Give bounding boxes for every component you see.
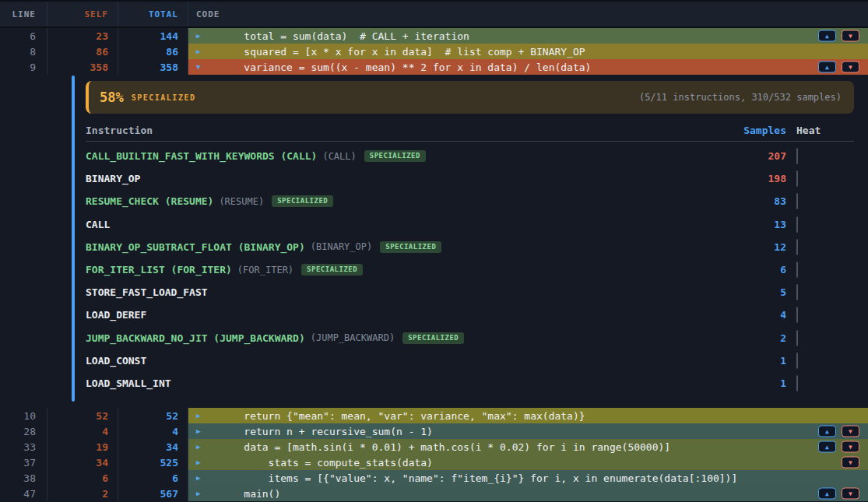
column-header-self: SELF	[47, 2, 118, 26]
code-line-row[interactable]: 8 86 86 ▶ squared = [x * x for x in data…	[0, 44, 868, 59]
total-samples: 358	[118, 59, 188, 75]
expand-arrow-icon[interactable]: ▶	[188, 444, 220, 451]
jump-up-button[interactable]: ▲	[818, 426, 836, 437]
line-number: 47	[0, 486, 47, 501]
instruction-name: STORE_FAST_LOAD_FAST	[86, 286, 208, 298]
self-samples: 4	[47, 423, 118, 439]
code-text: return {"mean": mean, "var": variance, "…	[220, 410, 585, 422]
instruction-row: CALL 13	[86, 213, 854, 236]
jump-down-button[interactable]: ▼	[842, 441, 859, 453]
self-samples: 34	[47, 455, 118, 470]
code-line-row[interactable]: 6 23 144 ▶ total = sum(data) # CALL + it…	[0, 28, 868, 44]
instruction-samples: 4	[732, 309, 786, 321]
self-samples: 86	[47, 44, 118, 59]
expand-arrow-icon[interactable]: ▶	[188, 490, 220, 497]
line-number: 6	[0, 28, 47, 44]
instruction-row: CALL_BUILTIN_FAST_WITH_KEYWORDS (CALL) (…	[86, 145, 854, 167]
code-cell: ▶ main() ▲ ▼	[188, 486, 868, 501]
heat-bar	[796, 284, 798, 300]
instruction-samples: 13	[732, 219, 786, 230]
code-text: return n + recursive_sum(n - 1)	[220, 426, 433, 437]
code-text: main()	[220, 488, 280, 500]
instruction-name: LOAD_DEREF	[86, 309, 146, 321]
instruction-name: LOAD_SMALL_INT	[86, 377, 171, 389]
specialized-badge: SPECIALIZED	[272, 195, 333, 207]
code-cell: ▶ stats = compute_stats(data) ▼	[188, 455, 868, 470]
line-number: 38	[0, 470, 47, 486]
instruction-samples: 5	[732, 286, 786, 298]
profiler-window: LINE SELF TOTAL CODE 6 23 144 ▶ total = …	[0, 0, 868, 502]
instruction-samples: 198	[732, 173, 786, 184]
header-samples: Samples	[732, 125, 786, 136]
code-line-row[interactable]: 28 4 4 ▶ return n + recursive_sum(n - 1)…	[0, 423, 868, 439]
instruction-base-name: (CALL)	[322, 151, 356, 162]
jump-up-button[interactable]: ▲	[818, 488, 836, 500]
code-cell: ▶ data = [math.sin(i * 0.01) + math.cos(…	[188, 439, 868, 455]
code-line-row[interactable]: 47 2 567 ▶ main() ▲ ▼	[0, 486, 868, 501]
instruction-base-name: (RESUME)	[219, 196, 264, 207]
expand-arrow-icon[interactable]: ▶	[188, 48, 220, 55]
expand-arrow-icon[interactable]: ▶	[188, 475, 220, 482]
self-samples: 6	[47, 470, 118, 486]
code-text: squared = [x * x for x in data] # list c…	[220, 46, 585, 58]
instruction-row: FOR_ITER_LIST (FOR_ITER) (FOR_ITER) SPEC…	[86, 258, 854, 281]
jump-up-button[interactable]: ▲	[818, 30, 836, 42]
instruction-row: JUMP_BACKWARD_NO_JIT (JUMP_BACKWARD) (JU…	[86, 327, 854, 349]
header-instruction: Instruction	[86, 125, 732, 136]
jump-down-button[interactable]: ▼	[842, 61, 859, 73]
code-cell: ▶ return {"mean": mean, "var": variance,…	[188, 408, 868, 423]
instruction-base-name: (BINARY_OP)	[311, 241, 372, 252]
code-line-row[interactable]: 37 34 525 ▶ stats = compute_stats(data) …	[0, 455, 868, 470]
instruction-samples: 12	[732, 241, 786, 253]
heat-bar	[796, 239, 798, 255]
collapse-arrow-icon[interactable]: ▼	[188, 64, 220, 71]
instruction-samples: 6	[732, 264, 786, 276]
instruction-name: RESUME_CHECK (RESUME)	[86, 195, 213, 207]
table-header: LINE SELF TOTAL CODE	[0, 0, 868, 28]
code-line-row[interactable]: 33 19 34 ▶ data = [math.sin(i * 0.01) + …	[0, 439, 868, 455]
jump-down-button[interactable]: ▼	[842, 457, 859, 469]
instruction-samples: 207	[732, 150, 786, 162]
instruction-samples: 1	[732, 377, 786, 389]
expand-arrow-icon[interactable]: ▶	[188, 428, 220, 435]
expand-arrow-icon[interactable]: ▶	[188, 459, 220, 466]
expansion-connector-line	[72, 75, 75, 402]
instruction-samples: 2	[732, 332, 786, 344]
expand-arrow-icon[interactable]: ▶	[188, 33, 220, 40]
expand-arrow-icon[interactable]: ▶	[188, 412, 220, 420]
column-header-code: CODE	[188, 2, 868, 26]
total-samples: 52	[118, 408, 188, 423]
instruction-detail-panel: 58% SPECIALIZED (5/11 instructions, 310/…	[0, 75, 868, 408]
line-number: 9	[0, 59, 47, 75]
code-text: total = sum(data) # CALL + iteration	[220, 30, 469, 42]
instruction-name: JUMP_BACKWARD_NO_JIT (JUMP_BACKWARD)	[86, 332, 305, 344]
line-number: 28	[0, 423, 47, 439]
line-number: 33	[0, 439, 47, 455]
line-number: 37	[0, 455, 47, 470]
jump-up-button[interactable]: ▲	[818, 61, 836, 73]
header-heat: Heat	[786, 125, 854, 136]
instruction-samples: 83	[732, 195, 786, 207]
specialized-badge: SPECIALIZED	[301, 264, 363, 276]
code-text: variance = sum((x - mean) ** 2 for x in …	[220, 61, 591, 73]
self-samples: 2	[47, 486, 118, 501]
jump-down-button[interactable]: ▼	[842, 426, 859, 437]
jump-down-button[interactable]: ▼	[842, 488, 859, 500]
instruction-table-body: CALL_BUILTIN_FAST_WITH_KEYWORDS (CALL) (…	[86, 142, 854, 395]
instruction-row: RESUME_CHECK (RESUME) (RESUME) SPECIALIZ…	[86, 190, 854, 212]
total-samples: 567	[118, 486, 188, 501]
instruction-row: LOAD_SMALL_INT 1	[86, 372, 854, 395]
column-header-total: TOTAL	[118, 2, 188, 26]
heat-bar	[796, 330, 798, 346]
specialization-summary: (5/11 instructions, 310/532 samples)	[639, 92, 842, 103]
jump-down-button[interactable]: ▼	[842, 30, 859, 42]
code-line-row[interactable]: 38 6 6 ▶ items = [{"value": x, "name": f…	[0, 470, 868, 486]
code-line-row-expanded[interactable]: 9 358 358 ▼ variance = sum((x - mean) **…	[0, 59, 868, 75]
code-line-row[interactable]: 10 52 52 ▶ return {"mean": mean, "var": …	[0, 408, 868, 423]
code-text: stats = compute_stats(data)	[220, 457, 433, 469]
instruction-samples: 1	[732, 355, 786, 367]
instruction-row: STORE_FAST_LOAD_FAST 5	[86, 281, 854, 304]
code-text: data = [math.sin(i * 0.01) + math.cos(i …	[220, 441, 670, 453]
heat-bar	[796, 216, 798, 233]
jump-up-button[interactable]: ▲	[818, 441, 836, 453]
